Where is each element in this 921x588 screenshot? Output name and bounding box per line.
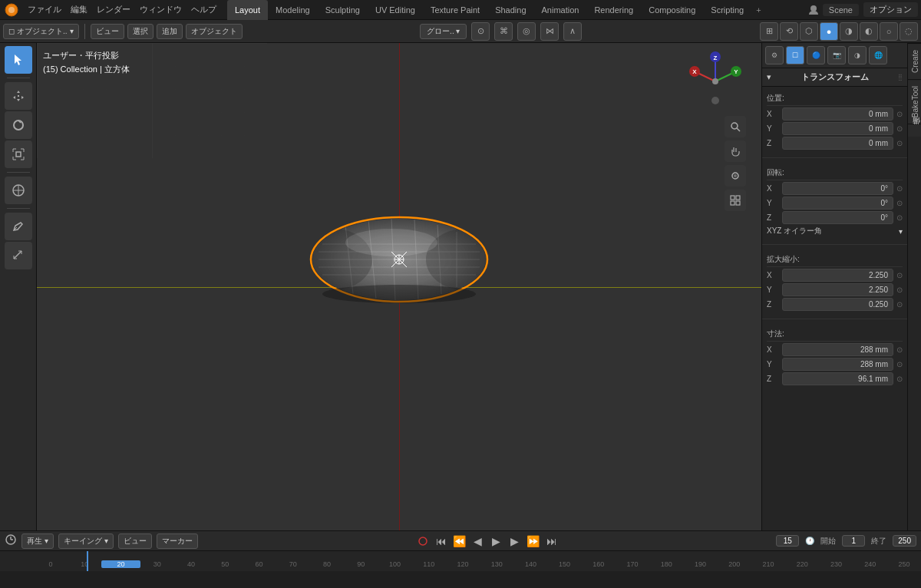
transform-btn[interactable]: ⋈ (540, 22, 559, 41)
options-button[interactable]: オプション (863, 2, 918, 17)
measure-tool-btn[interactable] (5, 242, 32, 269)
prev-frame-btn[interactable]: ◀ (470, 533, 486, 549)
tab-uv-editing[interactable]: UV Editing (368, 0, 423, 20)
rotation-y-value[interactable]: 0° (782, 197, 893, 210)
jump-start-btn[interactable]: ⏮ (434, 533, 449, 549)
prev-keyframe-btn[interactable]: ⏪ (452, 533, 467, 549)
panel-render-icon[interactable]: 📷 (827, 46, 846, 64)
transform2-btn[interactable]: ∧ (563, 22, 582, 41)
snap-btn[interactable]: ⊙ (471, 22, 490, 41)
tab-layout[interactable]: Layout (227, 0, 268, 20)
marker-btn[interactable]: マーカー (157, 533, 198, 549)
camera-icon[interactable] (725, 165, 746, 187)
panel-object-icon[interactable]: ☐ (786, 46, 804, 64)
render-icon[interactable]: ◐ (860, 22, 878, 41)
zoom-icon[interactable] (725, 116, 746, 137)
rotation-z-copy-icon[interactable]: ⊙ (896, 213, 903, 222)
dim-x-value[interactable]: 288 mm (782, 343, 893, 356)
annotate-tool-btn[interactable] (5, 213, 32, 240)
tab-sculpting[interactable]: Sculpting (318, 0, 368, 20)
tab-add-button[interactable]: + (751, 4, 765, 16)
rotation-x-copy-icon[interactable]: ⊙ (896, 184, 903, 193)
rotation-x-value[interactable]: 0° (782, 182, 893, 195)
rotation-y-copy-icon[interactable]: ⊙ (896, 199, 903, 207)
dim-y-value[interactable]: 288 mm (782, 358, 893, 371)
next-frame-btn[interactable]: ▶ (507, 533, 523, 549)
select-tool-btn[interactable] (5, 46, 32, 74)
keying-menu-btn[interactable]: キーイング ▾ (58, 533, 114, 549)
timeline-view-btn[interactable]: ビュー (118, 533, 152, 549)
move-tool-btn[interactable] (5, 82, 32, 110)
menu-window[interactable]: ウィンドウ (135, 2, 187, 17)
position-x-copy-icon[interactable]: ⊙ (896, 110, 903, 118)
dim-y-copy-icon[interactable]: ⊙ (896, 360, 903, 368)
panel-tool-icon[interactable]: ⚙ (765, 46, 784, 64)
scene-name[interactable]: Scene (823, 4, 859, 16)
tab-scripting[interactable]: Scripting (703, 0, 751, 20)
current-frame-box[interactable]: 15 (776, 535, 799, 547)
transform-expand-icon[interactable]: ▾ (767, 72, 771, 82)
gizmo-icon[interactable]: ⟲ (780, 22, 798, 41)
playback-menu-btn[interactable]: 再生 ▾ (21, 533, 54, 549)
studio-icon[interactable]: ○ (880, 22, 898, 41)
position-z-value[interactable]: 0 mm (782, 137, 893, 150)
scale-x-value[interactable]: 2.250 (782, 269, 893, 282)
dim-z-copy-icon[interactable]: ⊙ (896, 375, 903, 383)
pan-icon[interactable] (725, 140, 746, 162)
select-menu-btn[interactable]: 選択 (127, 24, 154, 39)
dim-z-value[interactable]: 96.1 mm (782, 372, 893, 385)
tab-shading[interactable]: Shading (487, 0, 533, 20)
scale-z-value[interactable]: 0.250 (782, 298, 893, 311)
end-frame-box[interactable]: 250 (893, 535, 916, 547)
tab-texture-paint[interactable]: Texture Paint (423, 0, 487, 20)
side-tab-create[interactable]: Create (908, 43, 921, 79)
tab-rendering[interactable]: Rendering (586, 0, 641, 20)
play-btn[interactable]: ▶ (489, 533, 504, 549)
start-frame-box[interactable]: 1 (842, 535, 865, 547)
grid-view-icon[interactable] (725, 190, 746, 211)
solid-icon[interactable]: ● (820, 22, 838, 41)
position-x-value[interactable]: 0 mm (782, 107, 893, 121)
scale-y-value[interactable]: 2.250 (782, 283, 893, 296)
scale-y-copy-icon[interactable]: ⊙ (896, 286, 903, 294)
menu-edit[interactable]: 編集 (66, 2, 92, 17)
rotate-tool-btn[interactable] (5, 111, 32, 139)
timeline-ruler[interactable]: 0 10 20 30 40 50 60 70 80 90 100 110 120… (0, 551, 921, 571)
dim-x-copy-icon[interactable]: ⊙ (896, 345, 903, 354)
position-z-copy-icon[interactable]: ⊙ (896, 139, 903, 147)
transform-tool-btn[interactable] (5, 177, 32, 204)
wire-solid-icon[interactable]: ⬡ (800, 22, 818, 41)
global-dropdown[interactable]: グロー.. ▾ (420, 24, 467, 39)
view-menu-btn[interactable]: ビュー (91, 24, 124, 39)
3d-viewport[interactable]: ユーザー・平行投影 (15) Collection | 立方体 Z Y X (37, 43, 761, 530)
add-menu-btn[interactable]: 追加 (157, 24, 183, 39)
menu-file[interactable]: ファイル (23, 2, 66, 17)
side-tab-extra[interactable]: 備備 (908, 124, 921, 137)
record-btn[interactable] (415, 533, 431, 549)
hdri-icon[interactable]: ◌ (900, 22, 918, 41)
side-tab-baketool[interactable]: BakeTool (908, 79, 921, 124)
tab-modeling[interactable]: Modeling (268, 0, 318, 20)
object-menu-btn[interactable]: オブジェクト (186, 24, 243, 39)
mode-selector[interactable]: ◻ オブジェクト.. ▾ (3, 24, 79, 39)
material-icon[interactable]: ◑ (840, 22, 858, 41)
timeline-type-icon[interactable] (5, 533, 17, 548)
scale-x-copy-icon[interactable]: ⊙ (896, 271, 903, 279)
jump-end-btn[interactable]: ⏭ (544, 533, 560, 549)
panel-drag-handle[interactable]: ⣿ (898, 74, 903, 81)
rotation-z-value[interactable]: 0° (782, 211, 893, 224)
position-y-copy-icon[interactable]: ⊙ (896, 124, 903, 133)
menu-render[interactable]: レンダー (92, 2, 135, 17)
scale-z-copy-icon[interactable]: ⊙ (896, 300, 903, 309)
menu-help[interactable]: ヘルプ (187, 2, 221, 17)
navigation-gizmo[interactable]: Z Y X (685, 51, 746, 112)
magnet-btn[interactable]: ⌘ (494, 22, 513, 41)
tab-compositing[interactable]: Compositing (641, 0, 703, 20)
overlay-icon[interactable]: ⊞ (760, 22, 778, 41)
prop-edit-btn[interactable]: ◎ (517, 22, 536, 41)
panel-material-icon[interactable]: ◑ (848, 46, 867, 64)
panel-world-icon[interactable]: 🌐 (869, 46, 887, 64)
position-y-value[interactable]: 0 mm (782, 122, 893, 135)
scale-tool-btn[interactable] (5, 140, 32, 168)
panel-scene-icon[interactable]: 🔵 (807, 46, 825, 64)
